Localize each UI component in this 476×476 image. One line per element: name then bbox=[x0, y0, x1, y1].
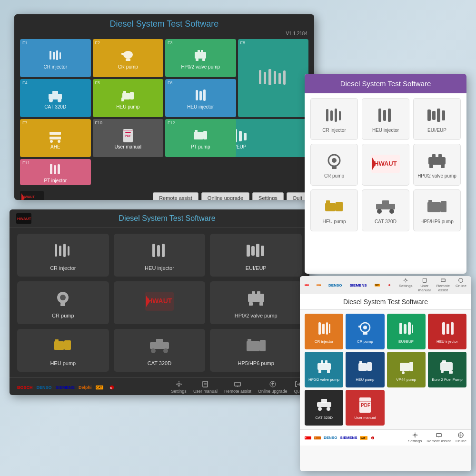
w4-footer-settings[interactable]: Settings bbox=[408, 432, 422, 443]
svg-rect-153 bbox=[412, 325, 413, 333]
card3-cat320d[interactable]: CAT 320D bbox=[362, 189, 409, 231]
ctile-hp-valve[interactable]: HP0/2 valve pump bbox=[305, 352, 343, 387]
remote-assist-button[interactable]: Remote assist bbox=[153, 192, 198, 200]
svg-rect-103 bbox=[383, 110, 386, 121]
w4-online-action[interactable]: Online bbox=[456, 278, 466, 292]
svg-rect-61 bbox=[247, 245, 250, 257]
heu-injector-icon bbox=[191, 87, 210, 104]
tile-heu-pump[interactable]: F5 HEU pump bbox=[93, 79, 164, 117]
settings-button[interactable]: Settings bbox=[252, 192, 284, 200]
ctile-euro2-pump[interactable]: Euro 2 Fuel Pump bbox=[428, 352, 466, 387]
card2-hwaut-icon: HWAUT bbox=[145, 292, 174, 313]
card3-euieup[interactable]: EUI/EUP bbox=[413, 98, 461, 140]
svg-rect-42 bbox=[50, 164, 52, 174]
card2-heu-pump[interactable]: HEU pump bbox=[17, 329, 109, 372]
tile-cr-pump[interactable]: F2 CR pump bbox=[93, 39, 164, 77]
card2-cr-pump[interactable]: CR pump bbox=[17, 281, 109, 324]
svg-rect-158 bbox=[321, 360, 323, 364]
tile-user-manual-label: User manual bbox=[114, 144, 141, 149]
card2-hp5hp6-icon bbox=[244, 337, 268, 357]
card3-hp5hp6[interactable]: HP5/HP6 pump bbox=[413, 189, 461, 231]
ctile-euieup[interactable]: EUI/EUP bbox=[387, 314, 426, 349]
tile-pt-injector[interactable]: F11 PT injector bbox=[20, 159, 91, 185]
fkey-f11: F11 bbox=[22, 160, 30, 165]
svg-rect-129 bbox=[428, 200, 432, 203]
svg-rect-62 bbox=[251, 246, 255, 256]
svg-point-124 bbox=[377, 209, 382, 214]
svg-text:CAT: CAT bbox=[361, 437, 366, 439]
svg-rect-12 bbox=[259, 70, 261, 84]
card3-hp-valve[interactable]: HP0/2 valve pump bbox=[413, 144, 461, 186]
online-upgrade-button[interactable]: Online upgrade bbox=[201, 192, 249, 200]
card3-cr-pump[interactable]: CR pump bbox=[310, 144, 358, 186]
card3-hp-valve-icon bbox=[426, 152, 448, 170]
ctile-heu-pump[interactable]: HEU pump bbox=[346, 352, 384, 387]
tile-f8[interactable]: F8 bbox=[238, 39, 309, 117]
card2-cr-pump-icon bbox=[51, 289, 75, 310]
ctile-cr-injector[interactable]: CR injector bbox=[305, 314, 343, 349]
footer-online-upgrade[interactable]: Online upgrade bbox=[258, 381, 288, 394]
svg-rect-170 bbox=[449, 371, 453, 374]
svg-rect-157 bbox=[317, 363, 331, 370]
w4-footer-remote[interactable]: Remote assist bbox=[426, 432, 451, 443]
ahe-icon bbox=[46, 127, 65, 144]
w4-footer-online[interactable]: Online bbox=[456, 432, 466, 443]
card3-hwaut[interactable]: HWAUT bbox=[362, 144, 409, 186]
ctile-cr-pump[interactable]: CR pump bbox=[346, 314, 384, 349]
footer-settings[interactable]: Settings bbox=[171, 381, 187, 394]
card3-heu-injector[interactable]: HEU injector bbox=[362, 98, 409, 140]
card3-heu-pump[interactable]: HEU pump bbox=[310, 189, 358, 231]
tile-user-manual[interactable]: F10 PDF User manual bbox=[93, 119, 164, 157]
w4-footer-denso: DENSO bbox=[324, 436, 337, 440]
ctile-user-manual[interactable]: PDF User manual bbox=[346, 390, 384, 426]
svg-point-147 bbox=[363, 326, 367, 329]
window4-footer-actions: Settings Remote assist Online bbox=[408, 432, 466, 443]
svg-rect-154 bbox=[442, 322, 445, 335]
tile-hp-valve[interactable]: F3 HP0/2 valve pump bbox=[165, 39, 236, 77]
svg-point-138 bbox=[405, 279, 407, 281]
ctile-heu-injector[interactable]: HEU injector bbox=[428, 314, 466, 349]
w4-footer-remote-icon bbox=[436, 432, 442, 438]
card2-cat320d[interactable]: CAT 320D bbox=[114, 329, 206, 372]
ctile-vp44-pump[interactable]: VP44 pump bbox=[387, 352, 426, 387]
footer-user-manual-label: User manual bbox=[193, 389, 218, 394]
window3-cards-grid: CR injector HEU injector bbox=[305, 93, 466, 236]
card2-hp-valve[interactable]: HP0/2 valve pump bbox=[210, 281, 302, 324]
svg-rect-140 bbox=[441, 279, 446, 282]
fkey-f8: F8 bbox=[240, 40, 246, 45]
tile-cr-injector[interactable]: F1 CR injector bbox=[20, 39, 91, 77]
tile-cat320d[interactable]: F4 CAT 320D bbox=[20, 79, 91, 117]
tile-ahe[interactable]: F7 AHE bbox=[20, 119, 91, 157]
svg-rect-21 bbox=[52, 91, 58, 95]
svg-text:PDF: PDF bbox=[361, 403, 370, 408]
ctile-cat320d[interactable]: CAT 320D bbox=[305, 390, 343, 426]
w4-settings-action[interactable]: Settings bbox=[399, 278, 413, 292]
tile-heu-injector[interactable]: F6 HEU injector bbox=[165, 79, 236, 117]
footer-remote-assist[interactable]: Remote assist bbox=[224, 381, 251, 394]
w4-footer-settings-label: Settings bbox=[408, 439, 422, 443]
pt-pump-icon bbox=[191, 127, 210, 144]
window2-logo-icon: HWAUT bbox=[16, 213, 31, 224]
window1-main: Diesel System Test Software V1.1.2184 F1… bbox=[14, 14, 314, 200]
tile-pt-pump[interactable]: F12 PT pump bbox=[165, 119, 236, 157]
card2-hwaut[interactable]: HWAUT bbox=[114, 281, 206, 324]
window4-footer: B D DENSO SIEMENS CAT C bbox=[300, 429, 471, 446]
card2-heu-injector[interactable]: HEU injector bbox=[114, 234, 206, 277]
card2-cr-injector[interactable]: CR injector bbox=[17, 234, 109, 277]
svg-text:C: C bbox=[110, 386, 112, 389]
card3-cr-injector[interactable]: CR injector bbox=[310, 98, 358, 140]
svg-rect-105 bbox=[427, 109, 431, 121]
card3-heu-pump-icon bbox=[323, 198, 346, 216]
svg-rect-39 bbox=[125, 132, 131, 133]
w4-footer-online-icon bbox=[458, 432, 464, 438]
card2-hp5hp6[interactable]: HP5/HP6 pump bbox=[210, 329, 302, 372]
w4-usermanual-action[interactable]: User manual bbox=[418, 278, 431, 292]
fkey-f2: F2 bbox=[95, 40, 100, 45]
card2-heu-injector-label: HEU injector bbox=[145, 265, 174, 271]
footer-user-manual[interactable]: User manual bbox=[193, 381, 218, 394]
w4-remoteassist-action[interactable]: Remote assist bbox=[436, 278, 450, 292]
svg-rect-2 bbox=[56, 50, 58, 60]
ctile-cat320d-icon bbox=[316, 397, 333, 414]
card2-euieup[interactable]: EUI/EUP bbox=[210, 234, 302, 277]
ctile-vp44-pump-label: VP44 pump bbox=[396, 377, 416, 382]
